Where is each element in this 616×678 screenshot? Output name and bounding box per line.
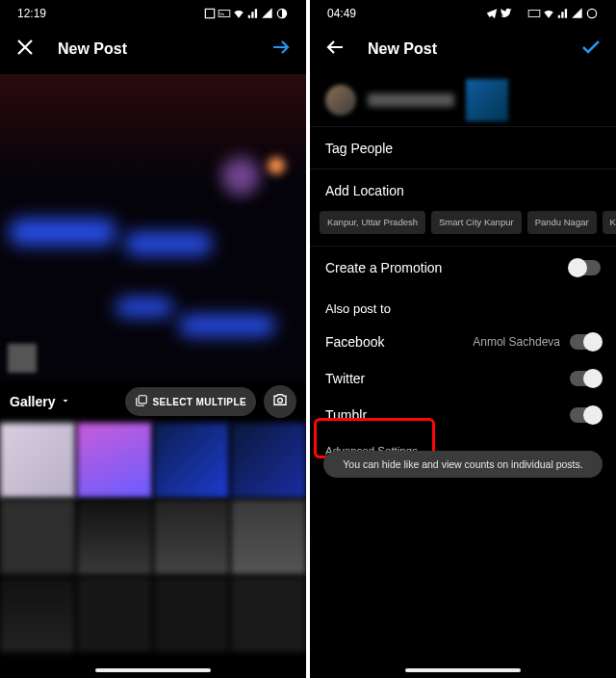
create-promotion-row[interactable]: Create a Promotion <box>310 246 616 288</box>
gallery-thumb[interactable] <box>0 500 75 575</box>
screenshot-icon <box>203 7 217 20</box>
gallery-thumb[interactable] <box>154 577 229 652</box>
camera-icon <box>271 391 289 412</box>
preview-overlay-thumb <box>8 344 37 373</box>
app-bar: New Post <box>0 24 306 74</box>
battery-icon <box>585 7 599 20</box>
share-facebook-row[interactable]: Facebook Anmol Sachdeva <box>310 324 616 360</box>
signal-icon <box>246 7 260 20</box>
gallery-thumb[interactable] <box>231 577 306 652</box>
status-icons <box>485 7 599 20</box>
page-title: New Post <box>58 40 248 58</box>
app-bar: New Post <box>310 24 616 74</box>
gallery-grid <box>0 423 306 652</box>
share-twitter-row[interactable]: Twitter <box>310 360 616 397</box>
picker-controls: Gallery SELECT MULTIPLE <box>0 380 306 423</box>
twitter-icon <box>500 7 513 20</box>
location-chip[interactable]: Pandu Nagar <box>527 211 597 234</box>
caption-input[interactable] <box>368 93 454 107</box>
location-chip[interactable]: Kanpur, Uttar Pradesh <box>320 211 425 234</box>
gallery-label: Gallery <box>10 394 55 409</box>
select-multiple-label: SELECT MULTIPLE <box>153 397 246 407</box>
facebook-account: Anmol Sachdeva <box>473 335 560 349</box>
gallery-thumb[interactable] <box>0 423 75 498</box>
signal-icon <box>556 7 570 20</box>
caption-row[interactable] <box>310 74 616 126</box>
also-post-to-label: Also post to <box>310 288 616 324</box>
location-chip[interactable]: Smart City Kanpur <box>431 211 522 234</box>
add-location-row[interactable]: Add Location <box>310 169 616 211</box>
svg-point-7 <box>587 9 596 17</box>
svg-text:Vo: Vo <box>219 11 224 15</box>
tumblr-toggle[interactable] <box>570 407 601 423</box>
create-promotion-label: Create a Promotion <box>325 260 442 275</box>
signal2-icon <box>571 7 584 20</box>
gallery-thumb[interactable] <box>231 500 306 575</box>
svg-rect-0 <box>205 9 214 17</box>
phone-right: 04:49 New Post Tag People Add Location K… <box>310 0 616 678</box>
home-indicator[interactable] <box>405 668 521 672</box>
volte-icon: Vo <box>218 7 231 20</box>
location-chips: Kanpur, Uttar Pradesh Smart City Kanpur … <box>310 211 616 246</box>
phone-left: 12:19 Vo New Post Gallery SELECT MULTIPL… <box>0 0 306 678</box>
facebook-label: Facebook <box>325 334 384 350</box>
gallery-thumb[interactable] <box>0 577 75 652</box>
page-title: New Post <box>368 40 558 58</box>
status-icons: Vo <box>203 7 289 20</box>
battery-icon <box>275 7 289 20</box>
svg-rect-6 <box>528 10 540 16</box>
next-arrow-icon[interactable] <box>270 36 293 63</box>
status-bar: 04:49 <box>310 0 616 24</box>
add-location-label: Add Location <box>325 183 404 198</box>
gallery-thumb[interactable] <box>231 423 306 498</box>
gallery-thumb[interactable] <box>154 423 229 498</box>
gallery-thumb[interactable] <box>77 423 152 498</box>
camera-button[interactable] <box>264 385 296 418</box>
post-thumbnail[interactable] <box>466 79 508 121</box>
gallery-thumb[interactable] <box>77 577 152 652</box>
status-time: 12:19 <box>17 7 46 20</box>
svg-point-5 <box>278 398 283 403</box>
image-preview[interactable] <box>0 74 306 380</box>
status-bar: 12:19 Vo <box>0 0 306 24</box>
volte-icon <box>527 7 541 20</box>
signal2-icon <box>261 7 274 20</box>
gallery-thumb[interactable] <box>154 500 229 575</box>
chevron-down-icon <box>60 394 71 409</box>
tooltip-text: You can hide like and view counts on ind… <box>343 458 582 470</box>
promotion-toggle[interactable] <box>570 260 601 275</box>
stack-icon <box>135 394 148 409</box>
twitter-toggle[interactable] <box>570 371 601 386</box>
gallery-dropdown[interactable]: Gallery <box>10 394 71 409</box>
telegram-icon <box>485 7 499 20</box>
close-icon[interactable] <box>13 36 37 63</box>
home-indicator[interactable] <box>95 668 211 672</box>
facebook-toggle[interactable] <box>570 334 601 350</box>
tag-people-label: Tag People <box>325 141 393 156</box>
twitter-label: Twitter <box>325 371 365 386</box>
gallery-thumb[interactable] <box>77 500 152 575</box>
location-chip[interactable]: Kanpur Up78 वाले <box>603 211 616 234</box>
confirm-check-icon[interactable] <box>579 36 603 63</box>
tooltip: You can hide like and view counts on ind… <box>323 451 603 478</box>
status-time: 04:49 <box>327 7 356 20</box>
svg-rect-4 <box>139 396 146 404</box>
wifi-icon <box>232 7 245 20</box>
tag-people-row[interactable]: Tag People <box>310 126 616 169</box>
avatar <box>325 85 356 116</box>
wifi-icon <box>542 7 555 20</box>
select-multiple-button[interactable]: SELECT MULTIPLE <box>125 387 256 416</box>
back-arrow-icon[interactable] <box>323 36 346 63</box>
